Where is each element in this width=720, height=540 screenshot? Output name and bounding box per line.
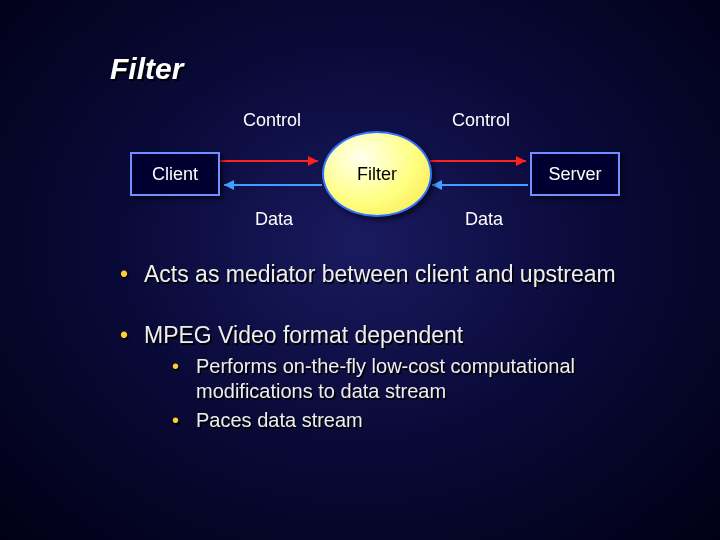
client-box: Client	[130, 152, 220, 196]
bullet-item: Acts as mediator between client and upst…	[120, 260, 650, 289]
bullet-item: MPEG Video format dependent Performs on-…	[120, 321, 650, 433]
svg-marker-5	[224, 180, 234, 190]
bullet-list: Acts as mediator between client and upst…	[120, 260, 650, 465]
edge-label-control-left: Control	[243, 110, 301, 131]
server-box: Server	[530, 152, 620, 196]
svg-marker-1	[308, 156, 318, 166]
edge-label-data-left: Data	[255, 209, 293, 230]
bullet-text: MPEG Video format dependent	[144, 322, 463, 348]
bullet-subitem: Paces data stream	[172, 408, 650, 433]
slide-title: Filter	[110, 52, 183, 86]
svg-marker-7	[432, 180, 442, 190]
edge-label-control-right: Control	[452, 110, 510, 131]
edge-label-data-right: Data	[465, 209, 503, 230]
svg-marker-3	[516, 156, 526, 166]
diagram: Client Server Filter Control Control Dat…	[130, 110, 620, 240]
bullet-subitem: Performs on-the-fly low-cost computation…	[172, 354, 650, 404]
filter-node: Filter	[322, 131, 432, 217]
